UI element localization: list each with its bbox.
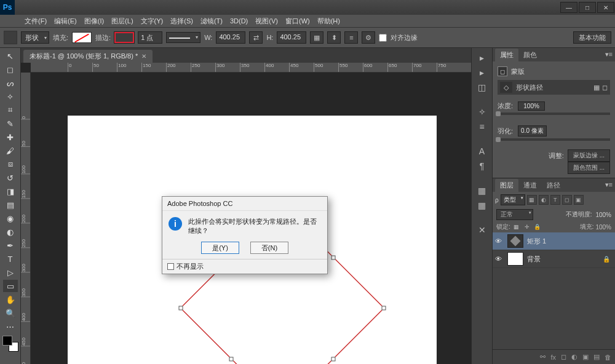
fill-opacity-value[interactable]: 100%: [595, 224, 611, 231]
layers-dock-icon[interactable]: ▦: [474, 183, 490, 198]
move-tool-icon[interactable]: ↖: [3, 50, 18, 62]
stroke-swatch[interactable]: [114, 32, 134, 43]
height-input[interactable]: 400.25: [277, 31, 306, 44]
healing-tool-icon[interactable]: ✚: [3, 131, 18, 143]
eraser-tool-icon[interactable]: ◨: [3, 185, 18, 197]
path-align-icon[interactable]: ⬍: [327, 31, 341, 44]
current-tool-icon[interactable]: [4, 31, 17, 44]
pen-tool-icon[interactable]: ✒: [3, 239, 18, 251]
layer-name[interactable]: 矩形 1: [527, 237, 546, 246]
filter-pixel-icon[interactable]: ▦: [527, 195, 537, 205]
paragraph-panel-icon[interactable]: ¶: [474, 159, 490, 173]
path-ops-icon[interactable]: ▦: [310, 31, 323, 44]
close-dock-icon[interactable]: ✕: [474, 223, 490, 237]
rectangle-tool-icon[interactable]: ▭: [3, 280, 18, 292]
handle-se[interactable]: [331, 357, 336, 362]
handle-e[interactable]: [382, 306, 386, 311]
visibility-icon[interactable]: 👁: [495, 237, 504, 245]
horizontal-ruler[interactable]: 0501001502002503003504004505005506006507…: [31, 63, 471, 73]
handle-sw[interactable]: [229, 357, 234, 362]
zoom-tool-icon[interactable]: 🔍: [3, 307, 18, 319]
menu-window[interactable]: 窗口(W): [282, 17, 314, 26]
brush-tool-icon[interactable]: 🖌: [3, 144, 18, 157]
crop-tool-icon[interactable]: ⌗: [3, 104, 18, 116]
menu-3d[interactable]: 3D(D): [226, 17, 252, 25]
color-panel-icon[interactable]: ▸: [474, 65, 490, 80]
swatches-panel-icon[interactable]: ◫: [474, 80, 490, 95]
dont-show-checkbox[interactable]: [167, 263, 174, 270]
menu-layer[interactable]: 图层(L): [108, 17, 137, 26]
menu-type[interactable]: 文字(Y): [137, 17, 167, 26]
mask-edge-button[interactable]: 蒙版边缘 ...: [568, 149, 610, 162]
feather-value[interactable]: 0.0 像素: [518, 125, 547, 136]
eyedropper-tool-icon[interactable]: ✎: [3, 117, 18, 130]
path-arrange-icon[interactable]: ≡: [344, 31, 358, 44]
close-button[interactable]: ✕: [597, 2, 614, 13]
brushpresets-panel-icon[interactable]: ≡: [474, 119, 490, 134]
path-select-tool-icon[interactable]: ▷: [3, 266, 18, 279]
fg-color-swatch[interactable]: [2, 336, 12, 346]
hand-tool-icon[interactable]: ✋: [3, 293, 18, 306]
color-swatches[interactable]: [2, 336, 18, 352]
tab-layers[interactable]: 图层: [495, 179, 518, 192]
density-slider[interactable]: [498, 113, 610, 115]
filter-shape-icon[interactable]: ◻: [562, 195, 572, 205]
layer-name[interactable]: 背景: [527, 255, 541, 264]
lock-all-icon[interactable]: 🔒: [533, 223, 542, 231]
brush-panel-icon[interactable]: ✧: [474, 105, 490, 119]
color-range-button[interactable]: 颜色范围 ...: [568, 162, 610, 174]
layer-thumb[interactable]: [507, 234, 523, 248]
stamp-tool-icon[interactable]: ⧇: [3, 158, 18, 170]
menu-help[interactable]: 帮助(H): [314, 17, 344, 26]
visibility-icon[interactable]: 👁: [495, 255, 504, 263]
layer-thumb[interactable]: [507, 252, 523, 266]
filter-adjust-icon[interactable]: ◐: [539, 195, 549, 205]
no-button[interactable]: 否(N): [250, 242, 288, 254]
tab-properties[interactable]: 属性: [495, 49, 518, 61]
blend-mode-dropdown[interactable]: 正常: [496, 209, 533, 220]
menu-edit[interactable]: 编辑(E): [50, 17, 81, 26]
fx-icon[interactable]: fx: [550, 354, 556, 361]
opacity-value[interactable]: 100%: [595, 212, 611, 218]
density-value[interactable]: 100%: [518, 101, 545, 111]
panel-menu-icon[interactable]: ▾≡: [605, 50, 613, 58]
pixel-mask-icon[interactable]: ▦: [593, 84, 600, 92]
history-brush-tool-icon[interactable]: ↺: [3, 172, 18, 184]
width-input[interactable]: 400.25: [216, 31, 245, 44]
link-layers-icon[interactable]: ⚯: [540, 353, 546, 361]
handle-ne[interactable]: [331, 256, 336, 260]
fill-swatch[interactable]: [72, 32, 92, 43]
filter-kind-dropdown[interactable]: 类型: [501, 194, 525, 205]
gradient-tool-icon[interactable]: ▤: [3, 199, 18, 211]
character-panel-icon[interactable]: A: [474, 144, 490, 159]
yes-button[interactable]: 是(Y): [201, 242, 239, 254]
filter-type-icon[interactable]: T: [550, 195, 560, 205]
tab-channels[interactable]: 通道: [518, 179, 542, 192]
link-wh-icon[interactable]: ⇄: [249, 31, 263, 44]
menu-select[interactable]: 选择(S): [167, 17, 197, 26]
magic-wand-tool-icon[interactable]: ✧: [3, 90, 18, 103]
blur-tool-icon[interactable]: ◉: [3, 212, 18, 224]
stroke-style-dropdown[interactable]: [166, 32, 200, 43]
vector-mask-icon[interactable]: ◻: [602, 84, 608, 92]
lock-position-icon[interactable]: ✛: [523, 223, 531, 231]
minimize-button[interactable]: —: [560, 2, 577, 13]
layers-menu-icon[interactable]: ▾≡: [605, 181, 613, 189]
type-tool-icon[interactable]: T: [3, 253, 18, 265]
trash-icon[interactable]: 🗑: [605, 354, 611, 361]
menu-file[interactable]: 文件(F): [21, 17, 50, 26]
menu-image[interactable]: 图像(I): [81, 17, 108, 26]
align-edges-check[interactable]: [379, 34, 387, 42]
maximize-button[interactable]: □: [579, 2, 596, 13]
history-panel-icon[interactable]: ▸: [474, 50, 490, 65]
layer-row[interactable]: 👁 背景 🔒: [493, 250, 615, 268]
tab-paths[interactable]: 路径: [542, 179, 565, 192]
lock-pixels-icon[interactable]: ▦: [512, 223, 521, 231]
mask-add-icon[interactable]: ◻: [561, 353, 566, 361]
dodge-tool-icon[interactable]: ◐: [3, 226, 18, 238]
channels-dock-icon[interactable]: ▦: [474, 198, 490, 213]
marquee-tool-icon[interactable]: ◻: [3, 63, 18, 76]
filter-smart-icon[interactable]: ▣: [574, 195, 584, 205]
vertical-ruler[interactable]: 050100150200250300350400450500: [21, 73, 31, 364]
group-icon[interactable]: ▣: [582, 353, 589, 361]
